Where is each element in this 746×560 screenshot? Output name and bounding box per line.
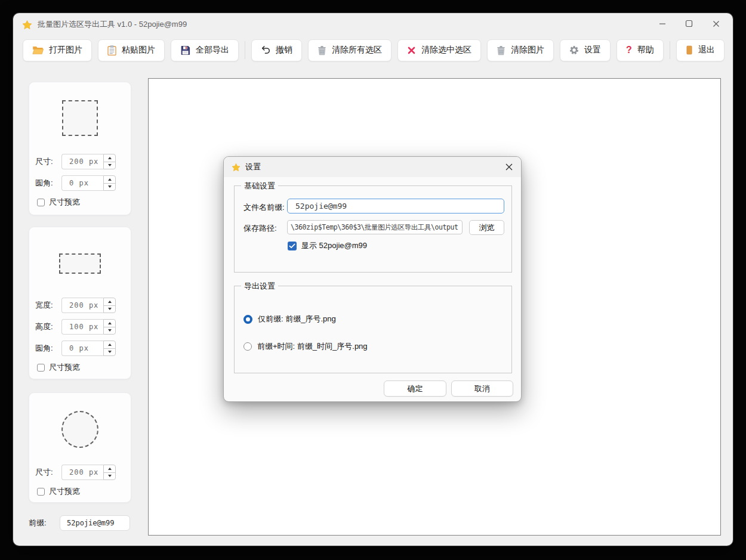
clear-image-button[interactable]: 清除图片 xyxy=(487,39,554,61)
stepper-up-button[interactable] xyxy=(104,320,115,327)
circle-selection-panel: 尺寸: 尺寸预览 xyxy=(29,392,131,503)
settings-button[interactable]: 设置 xyxy=(560,39,611,61)
arrow-down-icon xyxy=(108,329,112,332)
window-title: 批量图片选区导出工具 v1.0 - 52pojie@m99 xyxy=(38,19,187,30)
arrow-up-icon xyxy=(108,468,112,470)
radio-unselected-icon[interactable] xyxy=(243,342,252,351)
toolbar-divider xyxy=(670,41,670,59)
square-selection-panel: 尺寸: 圆角: xyxy=(29,82,131,215)
clipboard-icon xyxy=(107,45,116,55)
stepper-up-button[interactable] xyxy=(104,298,115,305)
radio-prefix-only[interactable]: 仅前缀: 前缀_序号.png xyxy=(243,314,336,324)
stepper-down-button[interactable] xyxy=(104,472,115,480)
open-image-label: 打开图片 xyxy=(49,45,82,55)
stepper-up-button[interactable] xyxy=(104,341,115,348)
square-radius-input[interactable] xyxy=(61,175,103,191)
radio-prefix-only-label: 仅前缀: 前缀_序号.png xyxy=(258,314,336,324)
cancel-button[interactable]: 取消 xyxy=(451,380,513,397)
stepper-up-button[interactable] xyxy=(104,176,115,183)
dialog-titlebar: 设置 xyxy=(224,157,521,177)
filename-prefix-input[interactable] xyxy=(287,199,504,214)
basic-settings-title: 基础设置 xyxy=(241,181,278,191)
checkbox-unchecked-icon[interactable] xyxy=(37,488,45,496)
show-prefix-checkbox[interactable]: 显示 52pojie@m99 xyxy=(288,240,367,251)
radio-prefix-time-label: 前缀+时间: 前缀_时间_序号.png xyxy=(257,341,368,352)
rect-width-stepper[interactable] xyxy=(103,298,116,313)
dialog-star-icon xyxy=(232,163,241,172)
rect-height-stepper[interactable] xyxy=(103,319,116,335)
checkbox-checked-icon[interactable] xyxy=(288,242,297,250)
basic-settings-group: 基础设置 文件名前缀: 保存路径: 浏览 显示 52pojie@m99 xyxy=(234,185,512,273)
rect-radius-input[interactable] xyxy=(61,341,103,356)
rect-size-preview-checkbox[interactable]: 尺寸预览 xyxy=(37,362,131,373)
trash-icon xyxy=(317,45,326,55)
arrow-down-icon xyxy=(108,475,112,477)
circle-size-label: 尺寸: xyxy=(35,467,61,478)
rect-radius-label: 圆角: xyxy=(35,343,61,354)
stepper-up-button[interactable] xyxy=(104,465,115,472)
clear-selected-selection-label: 清除选中选区 xyxy=(421,45,471,55)
square-radius-stepper[interactable] xyxy=(103,175,116,191)
arrow-up-icon xyxy=(108,178,112,181)
rectangle-selection-panel: 宽度: 高度: xyxy=(29,227,131,379)
rect-width-input[interactable] xyxy=(61,298,103,313)
arrow-up-icon xyxy=(108,157,112,159)
close-button[interactable] xyxy=(702,13,729,36)
square-size-stepper[interactable] xyxy=(103,154,116,169)
square-size-preview-label: 尺寸预览 xyxy=(49,197,80,208)
gear-icon xyxy=(569,45,579,55)
stepper-down-button[interactable] xyxy=(104,348,115,356)
clear-all-selections-label: 清除所有选区 xyxy=(332,45,382,55)
stepper-down-button[interactable] xyxy=(104,305,115,313)
rect-width-label: 宽度: xyxy=(35,300,61,311)
dialog-title: 设置 xyxy=(245,162,261,172)
folder-open-icon xyxy=(32,45,44,55)
square-size-preview-checkbox[interactable]: 尺寸预览 xyxy=(37,197,131,208)
arrow-down-icon xyxy=(108,164,112,166)
open-image-button[interactable]: 打开图片 xyxy=(23,39,92,61)
paste-image-button[interactable]: 粘贴图片 xyxy=(98,39,165,61)
circle-preview xyxy=(61,411,98,448)
circle-size-preview-checkbox[interactable]: 尺寸预览 xyxy=(37,486,131,497)
clear-all-selections-button[interactable]: 清除所有选区 xyxy=(308,39,392,61)
stepper-down-button[interactable] xyxy=(104,162,115,169)
help-button[interactable]: ? 帮助 xyxy=(616,39,664,61)
stepper-down-button[interactable] xyxy=(104,327,115,335)
minimize-icon xyxy=(659,19,666,30)
stepper-down-button[interactable] xyxy=(104,183,115,191)
titlebar: 批量图片选区导出工具 v1.0 - 52pojie@m99 xyxy=(13,13,733,36)
rect-height-input[interactable] xyxy=(61,319,103,335)
prefix-row: 前缀: xyxy=(29,515,130,531)
maximize-button[interactable] xyxy=(676,13,702,36)
dialog-close-button[interactable] xyxy=(505,163,513,171)
undo-button[interactable]: 撤销 xyxy=(251,39,302,61)
exit-label: 退出 xyxy=(698,45,715,55)
toolbar: 打开图片 粘贴图片 全部导出 撤销 清除所有选区 xyxy=(23,38,728,62)
circle-size-preview-label: 尺寸预览 xyxy=(49,486,80,497)
clear-selected-selection-button[interactable]: 清除选中选区 xyxy=(397,39,481,61)
stepper-up-button[interactable] xyxy=(104,154,115,162)
exit-button[interactable]: 退出 xyxy=(676,39,725,61)
export-all-label: 全部导出 xyxy=(196,45,229,55)
circle-size-stepper[interactable] xyxy=(103,465,116,480)
question-icon: ? xyxy=(626,45,632,55)
radio-prefix-time[interactable]: 前缀+时间: 前缀_时间_序号.png xyxy=(243,341,368,352)
ok-button[interactable]: 确定 xyxy=(384,380,446,397)
checkbox-unchecked-icon[interactable] xyxy=(37,364,45,372)
trash-icon xyxy=(497,45,505,55)
show-prefix-label: 显示 52pojie@m99 xyxy=(301,240,367,251)
rect-radius-stepper[interactable] xyxy=(103,341,116,356)
checkbox-unchecked-icon[interactable] xyxy=(37,199,45,206)
minimize-button[interactable] xyxy=(649,13,676,36)
arrow-up-icon xyxy=(108,322,112,324)
arrow-down-icon xyxy=(108,185,112,188)
app-star-icon xyxy=(22,20,32,30)
circle-size-input[interactable] xyxy=(61,465,103,480)
square-size-input[interactable] xyxy=(61,154,103,169)
prefix-input[interactable] xyxy=(60,515,130,531)
browse-button[interactable]: 浏览 xyxy=(469,220,504,235)
export-all-button[interactable]: 全部导出 xyxy=(171,39,239,61)
maximize-icon xyxy=(685,19,693,30)
radio-selected-icon[interactable] xyxy=(243,315,252,324)
save-path-input[interactable] xyxy=(287,220,463,234)
